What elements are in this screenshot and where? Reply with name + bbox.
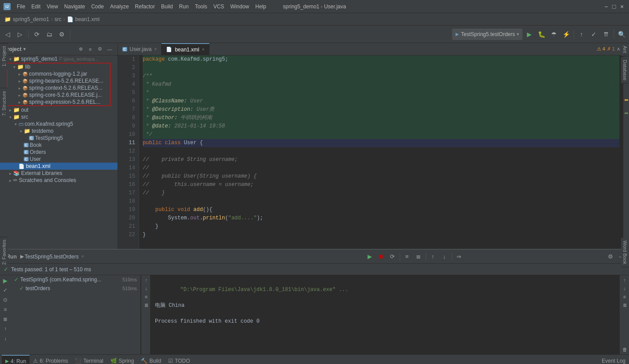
run-side-btn3[interactable]: ⊙ [1,295,10,304]
output-delete-btn[interactable]: 🗑 [621,346,629,353]
code-content-area[interactable]: package com.Keafmd.spring5; /** * Keafmd… [139,55,623,249]
menu-run[interactable]: Run [177,3,191,11]
menu-analyze[interactable]: Analyze [107,3,132,11]
test-item-testorders[interactable]: ✓ testOrders 510ms [11,284,140,293]
toolbar-structure[interactable]: 🗂 [44,29,55,40]
profile-button[interactable]: ⚡ [560,29,572,40]
tree-item-orders[interactable]: C Orders [0,149,118,156]
coverage-button[interactable]: ☂ [548,29,559,40]
output-scroll-btn3[interactable]: ≡ [621,293,629,301]
sidebar-tab-database[interactable]: Database [621,57,629,84]
tab-user-java-close[interactable]: × [154,47,157,51]
run-up-btn[interactable]: ↑ [428,251,438,262]
run-stop-btn[interactable]: ⏹ [376,251,386,262]
tree-item-scratches[interactable]: ▸ ✏ Scratches and Consoles [0,177,118,184]
bottom-tab-problems[interactable]: ⚠ 6: Problems [29,355,71,364]
menu-build[interactable]: Build [158,3,176,11]
project-hide-btn[interactable]: — [105,45,114,54]
run-side-btn6[interactable]: ↑ [1,324,10,333]
tree-item-out[interactable]: ▸ 📁 out [0,106,118,113]
sidebar-tab-ant[interactable]: Ant [621,43,629,56]
minimize-button[interactable]: − [603,3,610,10]
tab-user-java[interactable]: C User.java × [118,43,162,55]
event-log-btn[interactable]: Event Log [598,355,629,364]
run-down-btn[interactable]: ↓ [439,251,450,262]
sidebar-tab-project[interactable]: 1: Project [0,43,8,69]
menu-view[interactable]: View [44,3,61,11]
bottom-tab-build[interactable]: 🔨 Build [137,355,165,364]
run-side-btn7[interactable]: ↓ [1,334,10,343]
run-side-btn2[interactable]: ✓ [1,286,10,295]
tree-item-spring-context[interactable]: ▸ 📦 spring-context-5.2.6.RELEAS... [7,84,110,91]
test-item-testspring5[interactable]: ✓ TestSpring5 (com.Keafmd.spring... 510m… [11,275,140,284]
sidebar-tab-favorites[interactable]: 2: Favorites [0,237,8,267]
bottom-tab-run[interactable]: ▶ 4: Run [2,355,29,364]
vcs-push[interactable]: ⇈ [600,29,612,40]
run-right-btn1[interactable]: ↑ [142,276,150,284]
project-dropdown-icon[interactable]: ▾ [23,47,26,51]
run-button[interactable]: ▶ [523,29,535,40]
run-export-btn[interactable]: ≣ [413,251,424,262]
breadcrumb-file[interactable]: bean1.xml [75,16,99,22]
run-tab-label[interactable]: Run [7,254,17,260]
project-locate-btn[interactable]: ⊕ [76,45,85,54]
bottom-tab-todo[interactable]: ☑ TODO [165,355,193,364]
run-play-side-btn[interactable]: ▶ [1,276,10,285]
toolbar-sync[interactable]: ⟳ [31,29,43,40]
tree-item-spring-beans[interactable]: ▸ 📦 spring-beans-5.2.6.RELEASE... [7,77,110,84]
menu-file[interactable]: File [14,3,28,11]
tree-item-ext-libraries[interactable]: ▸ 📚 External Libraries [0,170,118,177]
run-tab-close-btn[interactable]: × [81,254,84,259]
output-scroll-down[interactable]: ↓ [621,284,629,292]
output-scroll-up[interactable]: ↑ [621,276,629,284]
tab-bean1-xml[interactable]: 📄 bean1.xml × [162,43,209,55]
project-settings-btn[interactable]: ⚙ [96,45,104,54]
tab-bean1-xml-close[interactable]: × [202,47,205,52]
breadcrumb-src[interactable]: src [55,16,62,22]
run-right-btn3[interactable]: ≡ [142,293,150,301]
run-config-selector[interactable]: ▶ TestSpring5.testOrders ▾ [452,29,522,40]
run-settings-btn[interactable]: ⚙ [605,251,616,262]
tree-item-root[interactable]: ▾ 📁 spring5_demo1 F:\java_workspa... [0,55,118,62]
tree-item-lib[interactable]: ▾ 📁 lib [7,63,110,70]
bottom-tab-spring[interactable]: 🌿 Spring [107,355,138,364]
menu-window[interactable]: Window [228,3,252,11]
toolbar-find[interactable]: 🔍 [616,29,627,40]
run-right-btn2[interactable]: ↓ [142,284,150,292]
maximize-button[interactable]: □ [611,3,618,10]
tree-item-testspring5[interactable]: C TestSpring5 [0,135,118,142]
run-next-btn[interactable]: ⇒ [454,251,464,262]
debug-button[interactable]: 🐛 [536,29,547,40]
sidebar-tab-wordbook[interactable]: Word Book [621,238,629,267]
tree-item-spring-core[interactable]: ▸ 📦 spring-core-5.2.6.RELEASE.j... [7,91,110,98]
menu-help[interactable]: Help [253,3,269,11]
run-rerun-btn[interactable]: ▶ [364,251,375,262]
tree-item-src[interactable]: ▾ 📁 src [0,113,118,120]
run-config-dropdown[interactable]: ▾ [517,32,519,36]
tree-item-bean1xml[interactable]: 📄 bean1.xml [0,163,118,170]
menu-vcs[interactable]: VCS [211,3,227,11]
breadcrumb-root[interactable]: spring5_demo1 [13,16,49,22]
run-right-btn4[interactable]: ≣ [142,301,150,309]
sidebar-tab-structure[interactable]: 7: Structure [0,88,8,119]
output-scroll-btn4[interactable]: ≣ [621,301,629,309]
menu-code[interactable]: Code [88,3,107,11]
tree-item-package[interactable]: ▾ 🗃 com.Keafmd.spring5 [0,120,118,127]
toolbar-back[interactable]: ◁ [2,29,13,40]
run-side-btn5[interactable]: ≣ [1,315,10,324]
close-button[interactable]: × [618,3,625,10]
vcs-update[interactable]: ↑ [576,29,587,40]
tree-item-spring-expression[interactable]: ▸ 📦 spring-expression-5.2.6.REL... [7,98,110,106]
run-sort-btn[interactable]: ≡ [402,251,412,262]
tree-item-user[interactable]: C User [0,156,118,163]
tree-item-testdemo[interactable]: ▾ 📁 testdemo [0,127,118,135]
tree-item-commons-logging[interactable]: ▸ 📦 commons-logging-1.2.jar [7,70,110,77]
code-editor[interactable]: 1 2 3 4 5 6 7 8 9 10 11 12 13 14 15 16 1… [118,55,629,249]
toolbar-settings[interactable]: ⚙ [56,29,67,40]
nav-up[interactable]: ∧ [617,46,620,52]
menu-edit[interactable]: Edit [29,3,43,11]
menu-tools[interactable]: Tools [192,3,210,11]
project-expand-btn[interactable]: ≡ [86,45,95,54]
toolbar-forward[interactable]: ▷ [14,29,26,40]
bottom-tab-terminal[interactable]: ⬛ Terminal [71,355,107,364]
